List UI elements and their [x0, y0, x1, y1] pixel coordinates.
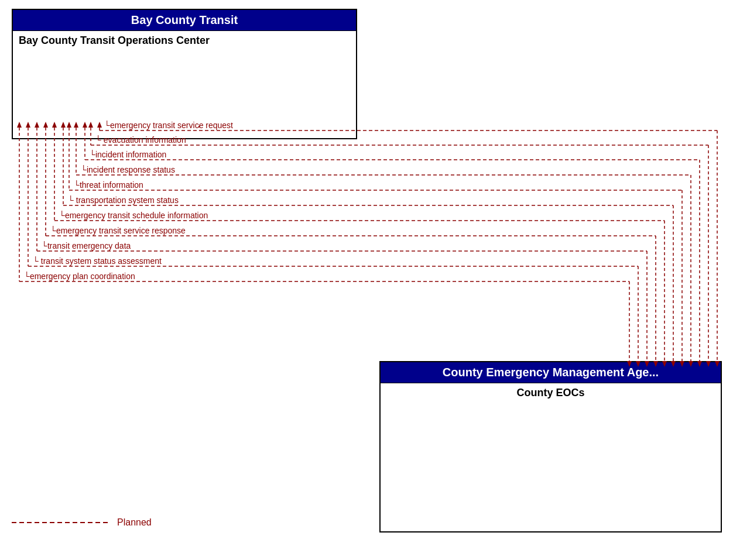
svg-marker-46: [627, 361, 632, 367]
svg-marker-37: [706, 361, 711, 367]
svg-text:└transit emergency data: └transit emergency data: [42, 241, 131, 250]
svg-text:└threat information: └threat information: [74, 180, 143, 190]
svg-text:└emergency transit schedule in: └emergency transit schedule information: [59, 211, 208, 220]
svg-marker-17: [43, 122, 48, 128]
svg-marker-22: [83, 122, 87, 128]
svg-text:└ evacuation information: └ evacuation information: [95, 135, 186, 145]
svg-text:└incident information: └incident information: [90, 150, 166, 159]
svg-marker-21: [74, 122, 78, 128]
svg-text:Planned: Planned: [117, 517, 152, 527]
svg-text:└ transportation system status: └ transportation system status: [68, 195, 179, 205]
svg-marker-38: [697, 361, 702, 367]
svg-marker-45: [636, 361, 640, 367]
svg-marker-41: [671, 361, 676, 367]
svg-marker-40: [680, 361, 684, 367]
svg-marker-23: [88, 122, 93, 128]
diagram-container: Bay County Transit Bay County Transit Op…: [0, 0, 733, 560]
svg-marker-15: [26, 122, 30, 128]
svg-marker-19: [61, 122, 66, 128]
svg-marker-39: [689, 361, 693, 367]
diagram-svg: └emergency transit service request └ eva…: [0, 0, 733, 560]
svg-marker-24: [97, 122, 102, 128]
svg-text:└incident response status: └incident response status: [81, 165, 175, 174]
svg-text:└ transit system status assess: └ transit system status assessment: [33, 256, 162, 266]
svg-marker-44: [645, 361, 649, 367]
svg-marker-18: [52, 122, 57, 128]
svg-marker-42: [662, 361, 667, 367]
svg-marker-36: [715, 361, 720, 367]
svg-text:└emergency transit service res: └emergency transit service response: [50, 226, 186, 235]
svg-text:└emergency transit service req: └emergency transit service request: [104, 121, 233, 130]
svg-marker-20: [67, 122, 71, 128]
svg-marker-43: [653, 361, 658, 367]
svg-text:└emergency plan coordination: └emergency plan coordination: [24, 272, 135, 281]
svg-marker-14: [17, 122, 22, 128]
svg-marker-16: [35, 122, 39, 128]
